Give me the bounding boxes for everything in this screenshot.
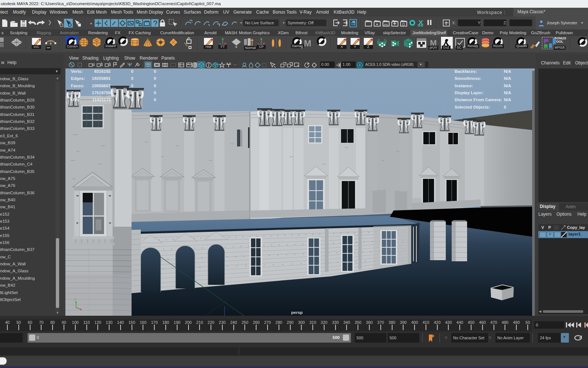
svg-text:0: 0 (131, 98, 133, 102)
svg-text:N/A: N/A (504, 69, 511, 74)
svg-text:9316192: 9316192 (94, 69, 111, 74)
svg-text:UVs:: UVs: (71, 98, 80, 102)
svg-text:persp: persp (291, 310, 302, 315)
svg-text:N/A: N/A (504, 91, 511, 95)
svg-text:y: y (74, 297, 76, 301)
svg-text:17519755: 17519755 (92, 91, 111, 95)
svg-text:11421173: 11421173 (92, 98, 111, 102)
svg-text:N/A: N/A (504, 76, 511, 81)
svg-text:Edges:: Edges: (71, 76, 85, 81)
svg-text:10056607: 10056607 (92, 84, 111, 88)
svg-text:19255891: 19255891 (92, 76, 111, 81)
svg-text:Distance From Camera:: Distance From Camera: (455, 98, 502, 102)
svg-text:Display Layer:: Display Layer: (455, 91, 484, 95)
svg-text:Smoothness:: Smoothness: (455, 76, 481, 81)
svg-text:0: 0 (131, 76, 133, 81)
svg-text:0: 0 (131, 69, 133, 74)
svg-text:Backfaces:: Backfaces: (455, 69, 477, 74)
svg-text:0: 0 (504, 105, 506, 109)
svg-text:Instance:: Instance: (455, 84, 473, 88)
svg-text:N/A: N/A (504, 98, 511, 102)
svg-text:0: 0 (154, 91, 156, 95)
svg-text:Faces:: Faces: (71, 84, 84, 88)
svg-text:0: 0 (131, 91, 133, 95)
svg-text:Verts:: Verts: (71, 69, 83, 74)
svg-text:0: 0 (154, 76, 156, 81)
svg-text:0: 0 (154, 69, 156, 74)
svg-text:0: 0 (154, 84, 156, 88)
svg-text:Selected Objects:: Selected Objects: (455, 105, 490, 109)
svg-text:IPR: IPR (384, 24, 388, 26)
svg-text:N/A: N/A (504, 84, 511, 88)
svg-text:0: 0 (131, 84, 133, 88)
svg-text:Tris:: Tris: (71, 91, 80, 95)
svg-text:0: 0 (154, 98, 156, 102)
